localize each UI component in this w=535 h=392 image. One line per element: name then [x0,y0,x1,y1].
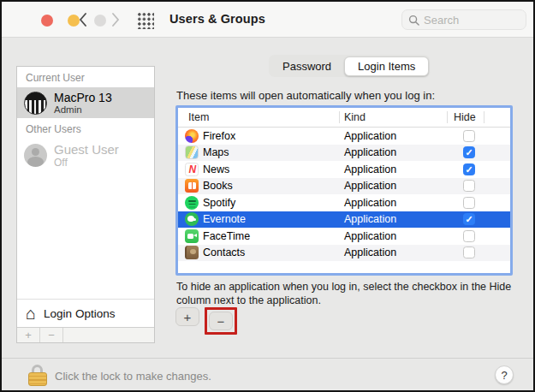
hide-checkbox[interactable] [463,197,475,209]
help-button[interactable]: ? [495,365,514,384]
hide-cell [463,180,475,192]
item-cell: Evernote [185,212,246,226]
chevron-left-icon [79,13,87,27]
page-title: Users & Groups [169,12,265,26]
hide-cell [463,130,475,142]
item-cell: Firefox [185,129,235,143]
item-cell: FaceTime [185,229,250,243]
add-login-item-button[interactable]: + [175,307,199,326]
books-icon [185,179,199,193]
item-name: News [203,163,229,175]
forward-button[interactable] [107,11,124,28]
news-icon [185,163,199,176]
column-header-hide[interactable]: Hide [454,111,476,123]
kind-cell: Application [344,146,396,158]
kind-cell: Application [344,163,396,175]
sidebar-item-current-user[interactable]: MacPro 13 Admin [17,87,154,118]
guest-user-avatar [24,144,47,167]
column-divider [447,111,448,123]
login-items-toolbar: + − [175,307,237,335]
item-name: FaceTime [203,230,250,242]
hide-checkbox[interactable]: ✓ [463,163,475,175]
contacts-icon [185,246,199,259]
login-options-label: Login Options [44,307,115,320]
item-cell: News [185,163,229,176]
maps-icon [185,146,199,159]
guest-user-status: Off [54,157,119,169]
remove-user-button[interactable]: − [40,328,63,342]
search-placeholder: Search [424,14,459,27]
show-all-preferences-icon[interactable] [136,11,154,29]
item-name: Contacts [203,246,245,258]
item-name: Books [203,180,233,192]
firefox-icon [185,129,199,143]
remove-login-item-button[interactable]: − [209,312,233,330]
kind-cell: Application [344,180,396,192]
table-row[interactable]: ContactsApplication [178,245,510,262]
footer-bar: Click the lock to make changes. ? [2,358,533,390]
login-items-table: Item Kind Hide FirefoxApplicationMapsApp… [175,105,513,276]
title-bar: Users & Groups Search [2,2,533,38]
spotify-icon [185,196,199,210]
hide-checkbox[interactable]: ✓ [463,146,475,158]
tab-login-items[interactable]: Login Items [344,56,429,76]
hide-cell [463,246,475,258]
current-user-label: Current User [17,67,154,87]
column-divider [339,111,340,123]
hide-column-hint-text: To hide an application when you log in, … [176,280,529,308]
kind-cell: Application [344,246,396,258]
table-row[interactable]: NewsApplication✓ [178,161,510,178]
item-name: Evernote [203,213,246,225]
back-button[interactable] [74,11,92,28]
tab-password[interactable]: Password [270,57,344,75]
hide-cell [463,230,475,242]
close-window-button[interactable] [41,15,53,27]
sidebar-item-guest-user[interactable]: Guest User Off [17,139,154,172]
login-items-intro-text: These items will open automatically when… [176,89,435,102]
current-user-role: Admin [54,104,112,115]
hide-checkbox[interactable] [463,230,475,242]
other-users-label: Other Users [17,118,154,139]
sidebar-spacer [17,172,154,299]
table-row[interactable]: EvernoteApplication✓ [178,211,510,229]
facetime-icon [185,229,199,243]
hide-checkbox[interactable]: ✓ [463,213,475,225]
kind-cell: Application [344,197,396,209]
table-row[interactable]: BooksApplication [178,178,510,195]
item-cell: Spotify [185,196,235,210]
column-divider [484,111,484,123]
hide-cell: ✓ [463,213,475,225]
search-input[interactable]: Search [401,9,526,30]
kind-cell: Application [344,230,396,242]
item-name: Firefox [203,130,235,142]
item-cell: Books [185,179,233,193]
table-row[interactable]: FaceTimeApplication [178,228,510,245]
search-icon [408,15,419,26]
table-row[interactable]: SpotifyApplication [178,194,510,211]
hide-cell: ✓ [463,163,475,175]
table-row[interactable]: MapsApplication✓ [178,145,510,162]
lock-hint-text: Click the lock to make changes. [55,370,211,383]
home-icon: ⌂ [26,306,36,321]
users-sidebar: Current User MacPro 13 Admin Other Users… [16,66,155,343]
hide-cell [463,197,475,209]
hide-checkbox[interactable] [463,130,475,142]
hide-cell: ✓ [463,146,475,158]
column-header-item[interactable]: Item [188,111,209,123]
zoom-window-button [94,15,106,27]
chevron-right-icon [111,13,120,27]
sidebar-item-login-options[interactable]: ⌂ Login Options [17,299,154,327]
lock-icon[interactable] [28,365,47,386]
table-row[interactable]: FirefoxApplication [178,128,510,145]
tab-bar: Password Login Items [269,55,430,77]
hide-checkbox[interactable] [463,246,475,258]
add-user-button[interactable]: + [17,328,40,342]
guest-user-name: Guest User [54,142,119,157]
column-header-kind[interactable]: Kind [344,111,366,123]
item-cell: Contacts [185,246,245,259]
sidebar-user-toolbar: + − [17,327,154,342]
hide-checkbox[interactable] [463,180,475,192]
current-user-avatar [24,92,47,115]
item-name: Spotify [203,197,235,209]
kind-cell: Application [344,130,396,142]
